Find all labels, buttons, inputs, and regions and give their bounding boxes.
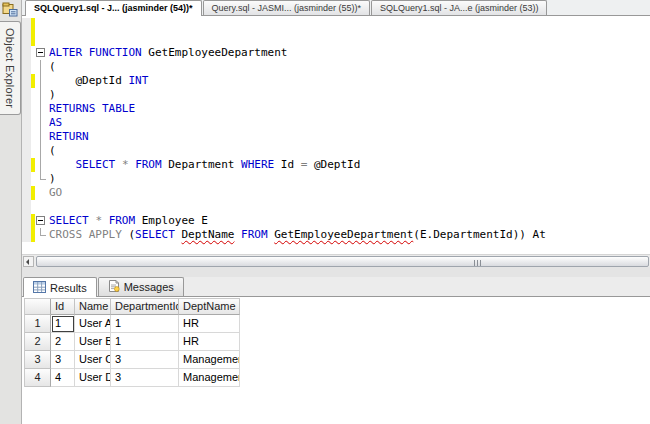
document-tab-bar: SQLQuery1.sql - J... (jasminder (54))*Qu…: [22, 0, 650, 16]
outlining-margin: [35, 116, 47, 130]
grid-cell[interactable]: HR: [179, 333, 240, 351]
code-line: CROSS APPLY (SELECT DeptName FROM GetEmp…: [22, 228, 650, 242]
document-tab[interactable]: SQLQuery1.sql - JA...e (jasminder (53)): [371, 0, 548, 15]
indicator-margin: [22, 102, 31, 116]
code-token: FROM: [135, 158, 162, 171]
results-tab-label: Messages: [124, 281, 174, 293]
results-tab-label: Results: [50, 282, 87, 294]
code-line-text: (: [47, 60, 56, 74]
document-tab[interactable]: SQLQuery1.sql - J... (jasminder (54))*: [25, 0, 202, 16]
results-grid-icon: [33, 281, 46, 295]
grid-cell[interactable]: User C: [75, 351, 111, 369]
code-token: Employee E: [135, 214, 208, 227]
scroll-left-arrow-icon[interactable]: [23, 256, 34, 267]
outlining-margin: [35, 46, 47, 60]
error-squiggle-token: DeptName: [181, 228, 234, 241]
grid-row-header[interactable]: 2: [25, 333, 51, 351]
collapse-region-icon[interactable]: [36, 216, 45, 225]
code-token: *: [95, 214, 102, 227]
grid-row-header[interactable]: 3: [25, 351, 51, 369]
object-explorer-tab[interactable]: Object Explorer: [0, 21, 21, 115]
grid-cell[interactable]: 3: [111, 351, 179, 369]
code-line-text: (: [47, 144, 56, 158]
grid-cell[interactable]: 3: [111, 369, 179, 387]
scrollbar-grip-icon: [474, 260, 475, 266]
code-token: (: [122, 228, 135, 241]
results-tab-messages[interactable]: Messages: [98, 277, 184, 296]
code-token: CROSS APPLY: [49, 228, 122, 241]
grid-cell[interactable]: 3: [51, 351, 75, 369]
grid-column-header[interactable]: DepartmentId: [111, 299, 179, 315]
grid-cell[interactable]: User A: [75, 315, 111, 333]
code-line-text: RETURN: [47, 130, 89, 144]
outlining-margin: [35, 74, 47, 88]
outlining-margin: [35, 102, 47, 116]
indicator-margin: [22, 74, 31, 88]
code-token: Id: [274, 158, 301, 171]
grid-row-header[interactable]: 4: [25, 369, 51, 387]
results-tab-bar: ResultsMessages: [22, 277, 650, 297]
code-line-text: [47, 200, 49, 214]
outlining-margin: [35, 172, 47, 186]
code-line-text: [47, 32, 49, 46]
indicator-margin: [22, 88, 31, 102]
code-line: RETURNS TABLE: [22, 102, 650, 116]
grid-cell[interactable]: 4: [51, 369, 75, 387]
grid-cell[interactable]: Management: [179, 369, 240, 387]
results-pane: ResultsMessages IdNameDepartmentIdDeptNa…: [22, 277, 650, 424]
indicator-margin: [22, 60, 31, 74]
messages-icon: [108, 280, 120, 294]
indicator-margin: [22, 32, 31, 46]
grid-cell[interactable]: HR: [179, 315, 240, 333]
outlining-margin: [35, 32, 47, 46]
grid-cell[interactable]: User B: [75, 333, 111, 351]
grid-row-header[interactable]: 1: [25, 315, 51, 333]
grid-cell[interactable]: 1: [111, 315, 179, 333]
code-token: AS: [49, 116, 62, 129]
code-token: [102, 214, 109, 227]
code-line-text: GO: [47, 186, 62, 200]
ssms-window: Object Explorer SQLQuery1.sql - J... (ja…: [0, 0, 650, 424]
grid-column-header[interactable]: Name: [75, 299, 111, 315]
code-token: [49, 158, 76, 171]
code-line-text: CROSS APPLY (SELECT DeptName FROM GetEmp…: [47, 228, 546, 242]
code-token: @DeptId: [307, 158, 360, 171]
code-token: WHERE: [241, 158, 274, 171]
grid-row: 11User A1HR: [25, 315, 240, 333]
code-token: Department: [162, 158, 241, 171]
code-line: [22, 18, 650, 32]
outlining-margin: [35, 186, 47, 200]
indicator-margin: [22, 46, 31, 60]
code-line-text: AS: [47, 116, 62, 130]
outlining-margin: [35, 228, 47, 242]
indicator-margin: [22, 186, 31, 200]
outlining-margin: [35, 158, 47, 172]
scrollbar-thumb[interactable]: [36, 256, 649, 267]
code-line-text: ): [47, 88, 56, 102]
collapse-region-icon[interactable]: [36, 48, 45, 57]
editor-horizontal-scrollbar[interactable]: [22, 254, 650, 268]
indicator-margin: [22, 200, 31, 214]
outlining-margin: [35, 18, 47, 32]
indicator-margin: [22, 130, 31, 144]
code-line-text: @DeptId INT: [47, 74, 148, 88]
grid-column-header[interactable]: Id: [51, 299, 75, 315]
grid-cell[interactable]: 2: [51, 333, 75, 351]
grid-corner-cell[interactable]: [25, 299, 51, 315]
grid-cell[interactable]: 1: [111, 333, 179, 351]
grid-cell[interactable]: Management: [179, 351, 240, 369]
indicator-margin: [22, 158, 31, 172]
error-squiggle-token: GetEmployeeDepartment: [274, 228, 413, 241]
code-token: *: [122, 158, 129, 171]
results-tab-results[interactable]: Results: [23, 277, 97, 297]
code-editor[interactable]: ALTER FUNCTION GetEmployeeDepartment( @D…: [22, 16, 650, 256]
grid-cell[interactable]: User D: [75, 369, 111, 387]
grid-column-header[interactable]: DeptName: [179, 299, 240, 315]
grid-cell[interactable]: 1: [51, 315, 75, 333]
code-token: INT: [128, 74, 148, 87]
outlining-margin: [35, 130, 47, 144]
document-tab[interactable]: Query.sql - JASMI... (jasminder (55))*: [203, 0, 370, 15]
object-explorer-icon: [2, 2, 18, 18]
outlining-margin: [35, 200, 47, 214]
editor-results-splitter[interactable]: [22, 267, 650, 277]
